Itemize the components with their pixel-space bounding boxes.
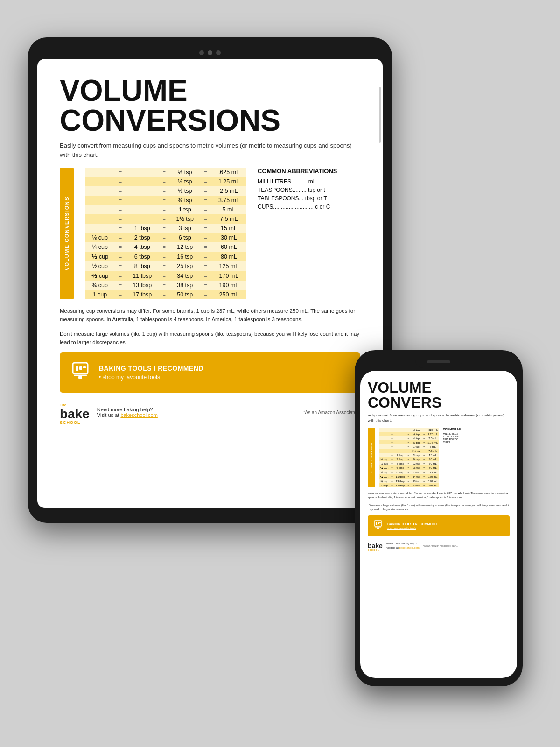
phone-table-cell: ¾ cup xyxy=(379,479,390,483)
table-cell: = xyxy=(115,186,126,196)
phone-table-cell: = xyxy=(422,453,427,457)
table-cell: 1 cup xyxy=(85,290,115,299)
phone-table-cell: = xyxy=(390,436,394,440)
phone-table-cell: = xyxy=(406,449,411,453)
table-cell: = xyxy=(159,224,170,233)
phone-table-cell: 3.75 mL xyxy=(427,440,440,444)
phone-table-cell: 4 tbsp xyxy=(394,461,406,465)
phone-table-cell: 12 tsp xyxy=(411,461,422,465)
phone-table-cell: 30 mL xyxy=(427,457,440,461)
phone-table-cell xyxy=(379,444,390,449)
phone-table-cell: 13 tbsp xyxy=(394,479,406,483)
table-cell: ⅓ cup xyxy=(85,252,115,261)
tools-link[interactable]: shop my favourite tools xyxy=(99,374,203,381)
svg-rect-11 xyxy=(377,528,379,529)
phone-table-cell: = xyxy=(422,432,427,436)
table-cell: ¼ cup xyxy=(85,242,115,252)
phone-table-cell xyxy=(394,440,406,444)
phone-table-cell: = xyxy=(422,479,427,483)
table-cell: = xyxy=(115,224,126,233)
phone-note-paragraph: easuring cup conversions may differ. For… xyxy=(368,491,510,500)
phone-table-cell: = xyxy=(422,449,427,453)
phone-table-cell: = xyxy=(406,444,411,449)
table-cell: 190 mL xyxy=(211,281,246,290)
table-cell: 25 tsp xyxy=(170,261,200,271)
table-cell xyxy=(85,177,115,186)
table-cell: = xyxy=(200,214,211,224)
table-cell: = xyxy=(200,177,211,186)
tablet-dot-3 xyxy=(216,50,221,55)
phone-table-cell: = xyxy=(390,474,394,479)
table-cell: 1 tbsp xyxy=(126,224,159,233)
table-cell: ½ cup xyxy=(85,261,115,271)
phone-table-cell: = xyxy=(406,470,411,474)
table-cell: = xyxy=(159,252,170,261)
phone-table-cell: = xyxy=(406,461,411,465)
table-cell: = xyxy=(200,233,211,242)
phone-table-cell: = xyxy=(422,470,427,474)
phone-table-cell: = xyxy=(406,483,411,487)
svg-rect-1 xyxy=(76,366,78,371)
phone-table-cell xyxy=(394,436,406,440)
table-cell: 4 tbsp xyxy=(126,242,159,252)
phone-page-content: VOLUME CONVERS asily convert from measur… xyxy=(360,371,517,678)
abbreviation-item: MILLILITRES.......... mL xyxy=(258,178,360,185)
conversion-table: ==⅛ tsp=.625 mL==¼ tsp=1.25 mL==½ tsp=2.… xyxy=(85,168,246,299)
phone-table-cell xyxy=(394,432,406,436)
table-cell: 3 tsp xyxy=(170,224,200,233)
phone-table-cell: = xyxy=(390,457,394,461)
table-cell xyxy=(126,205,159,214)
footer-url[interactable]: bakeschool.com xyxy=(120,412,158,418)
footer-bar: The bake SCHOOL Need more baking help? V… xyxy=(60,400,360,425)
phone-table-cell: 1½ tsp xyxy=(411,449,422,453)
tablet-dot-1 xyxy=(199,50,204,55)
table-cell: = xyxy=(159,196,170,205)
phone-table-cell: = xyxy=(422,461,427,465)
phone-table-cell: 170 mL xyxy=(427,474,440,479)
svg-rect-8 xyxy=(378,522,379,524)
table-cell xyxy=(85,224,115,233)
phone-table-cell: 7.5 mL xyxy=(427,449,440,453)
phone-tools-box[interactable]: BAKING TOOLS I RECOMMEND shop my favouri… xyxy=(368,515,510,536)
phone-notch xyxy=(415,358,462,368)
table-cell: = xyxy=(200,271,211,281)
table-cell: .625 mL xyxy=(211,168,246,177)
phone-footer-note: *As an Amazon Associate I earn... xyxy=(423,544,458,547)
phone-table-cell: = xyxy=(422,465,427,470)
tools-text-block: BAKING TOOLS I RECOMMEND shop my favouri… xyxy=(99,365,203,381)
baking-tools-box[interactable]: BAKING TOOLS I RECOMMEND shop my favouri… xyxy=(60,352,360,393)
table-cell: = xyxy=(115,233,126,242)
phone-abbreviations-box: COMMON AB... MILLILITRESTEASPOONSTABLESP… xyxy=(443,428,485,487)
table-cell: = xyxy=(200,242,211,252)
phone-table-cell: ¼ cup xyxy=(379,461,390,465)
table-cell: ¾ tsp xyxy=(170,196,200,205)
phone-table-cell: = xyxy=(390,465,394,470)
table-cell: 15 mL xyxy=(211,224,246,233)
table-cell: 12 tsp xyxy=(170,242,200,252)
phone-tools-heading: BAKING TOOLS I RECOMMEND xyxy=(387,522,437,526)
phone-table-cell: ¾ tsp xyxy=(411,440,422,444)
table-cell: = xyxy=(159,205,170,214)
table-cell: 50 tsp xyxy=(170,290,200,299)
phone-table-cell xyxy=(379,440,390,444)
table-cell: 30 mL xyxy=(211,233,246,242)
phone-tools-link[interactable]: shop my favourite tools xyxy=(387,527,437,529)
table-cell: 1.25 mL xyxy=(211,177,246,186)
phone-screen: VOLUME CONVERS asily convert from measur… xyxy=(360,371,517,678)
phone-footer-text: Need more baking help? Visit us at bakes… xyxy=(386,542,420,550)
tablet-scrollbar[interactable] xyxy=(379,87,381,143)
svg-rect-4 xyxy=(74,375,87,376)
phone-table-cell: 8 tbsp xyxy=(394,470,406,474)
phone-table-cell: 17 tbsp xyxy=(394,483,406,487)
phone-table-cell: = xyxy=(390,444,394,449)
table-cell: = xyxy=(200,224,211,233)
table-cell: = xyxy=(200,281,211,290)
table-cell xyxy=(126,168,159,177)
table-cell: = xyxy=(115,281,126,290)
phone-table-cell: = xyxy=(422,483,427,487)
table-cell: = xyxy=(200,252,211,261)
abbreviation-item: CUPS.......................... c or C xyxy=(258,204,360,210)
phone-table-cell: = xyxy=(406,465,411,470)
table-cell: = xyxy=(115,214,126,224)
svg-rect-10 xyxy=(375,527,381,528)
